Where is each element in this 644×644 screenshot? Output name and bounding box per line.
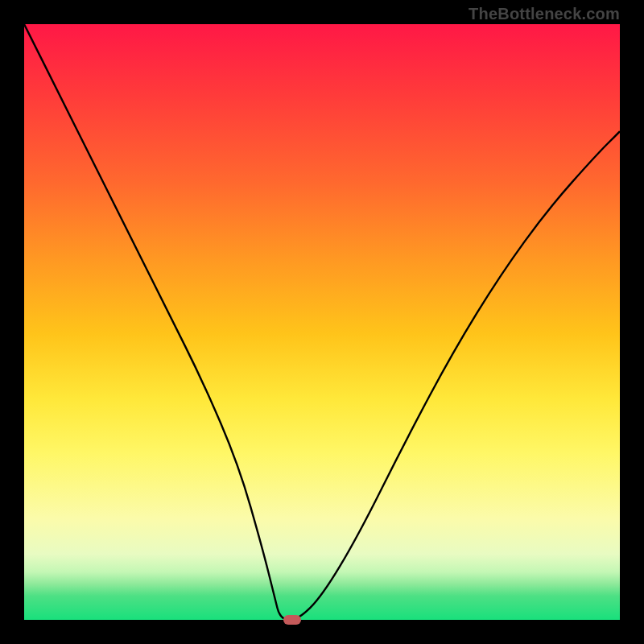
chart-container: TheBottleneck.com bbox=[0, 0, 644, 644]
optimal-marker bbox=[283, 615, 301, 625]
source-watermark: TheBottleneck.com bbox=[469, 5, 620, 23]
gradient-plot-area bbox=[24, 24, 620, 620]
